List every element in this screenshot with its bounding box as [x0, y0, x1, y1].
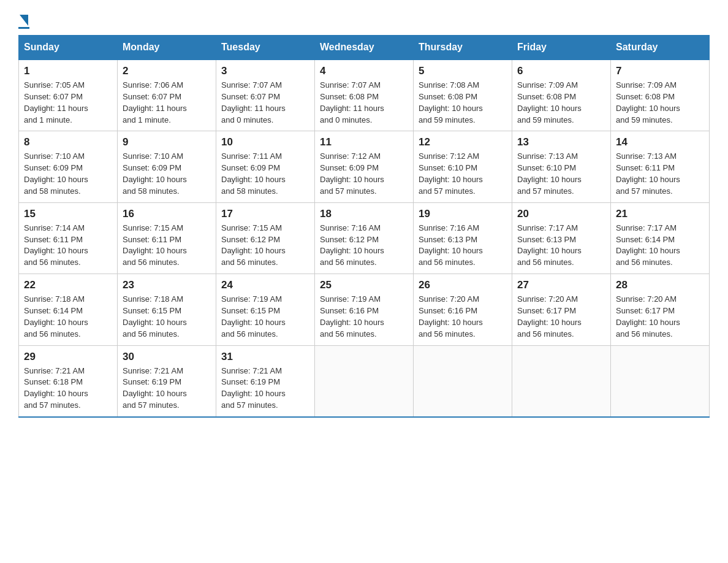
calendar-cell: 24Sunrise: 7:19 AMSunset: 6:15 PMDayligh…	[216, 274, 315, 345]
day-number: 14	[616, 136, 704, 148]
col-header-wednesday: Wednesday	[315, 36, 414, 60]
calendar-cell: 20Sunrise: 7:17 AMSunset: 6:13 PMDayligh…	[512, 202, 611, 274]
calendar-cell: 8Sunrise: 7:10 AMSunset: 6:09 PMDaylight…	[19, 131, 118, 202]
day-number: 4	[320, 65, 408, 77]
day-info: Sunrise: 7:18 AMSunset: 6:14 PMDaylight:…	[24, 294, 112, 340]
calendar-cell: 19Sunrise: 7:16 AMSunset: 6:13 PMDayligh…	[414, 202, 512, 274]
day-info: Sunrise: 7:20 AMSunset: 6:17 PMDaylight:…	[517, 294, 605, 340]
day-info: Sunrise: 7:17 AMSunset: 6:14 PMDaylight:…	[616, 223, 704, 269]
calendar-cell: 6Sunrise: 7:09 AMSunset: 6:08 PMDaylight…	[512, 59, 611, 131]
calendar-body: 1Sunrise: 7:05 AMSunset: 6:07 PMDaylight…	[19, 59, 710, 417]
day-number: 15	[24, 208, 112, 220]
day-info: Sunrise: 7:10 AMSunset: 6:09 PMDaylight:…	[24, 151, 112, 197]
page-header	[18, 12, 710, 29]
day-number: 22	[24, 279, 112, 291]
col-header-monday: Monday	[118, 36, 216, 60]
day-number: 7	[616, 65, 704, 77]
day-number: 16	[123, 208, 211, 220]
calendar-header: SundayMondayTuesdayWednesdayThursdayFrid…	[19, 36, 710, 60]
calendar-cell: 23Sunrise: 7:18 AMSunset: 6:15 PMDayligh…	[118, 274, 216, 345]
day-info: Sunrise: 7:19 AMSunset: 6:16 PMDaylight:…	[320, 294, 408, 340]
calendar-cell: 22Sunrise: 7:18 AMSunset: 6:14 PMDayligh…	[19, 274, 118, 345]
day-info: Sunrise: 7:15 AMSunset: 6:11 PMDaylight:…	[123, 223, 211, 269]
calendar-cell: 17Sunrise: 7:15 AMSunset: 6:12 PMDayligh…	[216, 202, 315, 274]
calendar-cell: 18Sunrise: 7:16 AMSunset: 6:12 PMDayligh…	[315, 202, 414, 274]
calendar-cell: 21Sunrise: 7:17 AMSunset: 6:14 PMDayligh…	[611, 202, 710, 274]
day-info: Sunrise: 7:13 AMSunset: 6:10 PMDaylight:…	[517, 151, 605, 197]
day-info: Sunrise: 7:08 AMSunset: 6:08 PMDaylight:…	[419, 80, 507, 126]
day-info: Sunrise: 7:13 AMSunset: 6:11 PMDaylight:…	[616, 151, 704, 197]
calendar-cell	[315, 345, 414, 417]
calendar-cell: 3Sunrise: 7:07 AMSunset: 6:07 PMDaylight…	[216, 59, 315, 131]
calendar-cell: 15Sunrise: 7:14 AMSunset: 6:11 PMDayligh…	[19, 202, 118, 274]
calendar-cell: 16Sunrise: 7:15 AMSunset: 6:11 PMDayligh…	[118, 202, 216, 274]
day-number: 28	[616, 279, 704, 291]
day-number: 11	[320, 136, 408, 148]
day-number: 20	[517, 208, 605, 220]
calendar-cell: 12Sunrise: 7:12 AMSunset: 6:10 PMDayligh…	[414, 131, 512, 202]
day-number: 31	[221, 351, 309, 363]
calendar-cell: 27Sunrise: 7:20 AMSunset: 6:17 PMDayligh…	[512, 274, 611, 345]
day-info: Sunrise: 7:19 AMSunset: 6:15 PMDaylight:…	[221, 294, 309, 340]
calendar-cell	[512, 345, 611, 417]
day-number: 5	[419, 65, 507, 77]
day-number: 26	[419, 279, 507, 291]
day-number: 21	[616, 208, 704, 220]
day-info: Sunrise: 7:15 AMSunset: 6:12 PMDaylight:…	[221, 223, 309, 269]
day-number: 10	[221, 136, 309, 148]
calendar-week-3: 15Sunrise: 7:14 AMSunset: 6:11 PMDayligh…	[19, 202, 710, 274]
day-info: Sunrise: 7:07 AMSunset: 6:08 PMDaylight:…	[320, 80, 408, 126]
day-number: 9	[123, 136, 211, 148]
col-header-tuesday: Tuesday	[216, 36, 315, 60]
day-number: 30	[123, 351, 211, 363]
day-info: Sunrise: 7:11 AMSunset: 6:09 PMDaylight:…	[221, 151, 309, 197]
day-info: Sunrise: 7:07 AMSunset: 6:07 PMDaylight:…	[221, 80, 309, 126]
calendar-cell: 25Sunrise: 7:19 AMSunset: 6:16 PMDayligh…	[315, 274, 414, 345]
header-row: SundayMondayTuesdayWednesdayThursdayFrid…	[19, 36, 710, 60]
day-info: Sunrise: 7:21 AMSunset: 6:18 PMDaylight:…	[24, 366, 112, 412]
day-info: Sunrise: 7:21 AMSunset: 6:19 PMDaylight:…	[123, 366, 211, 412]
col-header-sunday: Sunday	[19, 36, 118, 60]
logo-underline	[18, 27, 29, 29]
day-number: 2	[123, 65, 211, 77]
calendar-week-2: 8Sunrise: 7:10 AMSunset: 6:09 PMDaylight…	[19, 131, 710, 202]
day-number: 12	[419, 136, 507, 148]
day-info: Sunrise: 7:05 AMSunset: 6:07 PMDaylight:…	[24, 80, 112, 126]
day-info: Sunrise: 7:17 AMSunset: 6:13 PMDaylight:…	[517, 223, 605, 269]
calendar-cell: 4Sunrise: 7:07 AMSunset: 6:08 PMDaylight…	[315, 59, 414, 131]
day-info: Sunrise: 7:09 AMSunset: 6:08 PMDaylight:…	[616, 80, 704, 126]
calendar-week-4: 22Sunrise: 7:18 AMSunset: 6:14 PMDayligh…	[19, 274, 710, 345]
calendar-cell: 14Sunrise: 7:13 AMSunset: 6:11 PMDayligh…	[611, 131, 710, 202]
day-number: 18	[320, 208, 408, 220]
day-number: 23	[123, 279, 211, 291]
calendar-week-1: 1Sunrise: 7:05 AMSunset: 6:07 PMDaylight…	[19, 59, 710, 131]
logo	[18, 12, 29, 29]
calendar-week-5: 29Sunrise: 7:21 AMSunset: 6:18 PMDayligh…	[19, 345, 710, 417]
day-info: Sunrise: 7:20 AMSunset: 6:16 PMDaylight:…	[419, 294, 507, 340]
col-header-thursday: Thursday	[414, 36, 512, 60]
calendar-cell: 5Sunrise: 7:08 AMSunset: 6:08 PMDaylight…	[414, 59, 512, 131]
calendar-cell: 31Sunrise: 7:21 AMSunset: 6:19 PMDayligh…	[216, 345, 315, 417]
day-number: 17	[221, 208, 309, 220]
day-number: 6	[517, 65, 605, 77]
day-number: 8	[24, 136, 112, 148]
logo-arrow-icon	[20, 15, 28, 26]
day-info: Sunrise: 7:10 AMSunset: 6:09 PMDaylight:…	[123, 151, 211, 197]
calendar-cell: 10Sunrise: 7:11 AMSunset: 6:09 PMDayligh…	[216, 131, 315, 202]
day-info: Sunrise: 7:20 AMSunset: 6:17 PMDaylight:…	[616, 294, 704, 340]
day-number: 25	[320, 279, 408, 291]
calendar-cell: 7Sunrise: 7:09 AMSunset: 6:08 PMDaylight…	[611, 59, 710, 131]
day-number: 1	[24, 65, 112, 77]
day-number: 29	[24, 351, 112, 363]
day-number: 24	[221, 279, 309, 291]
calendar-cell: 26Sunrise: 7:20 AMSunset: 6:16 PMDayligh…	[414, 274, 512, 345]
day-info: Sunrise: 7:12 AMSunset: 6:09 PMDaylight:…	[320, 151, 408, 197]
calendar-cell: 2Sunrise: 7:06 AMSunset: 6:07 PMDaylight…	[118, 59, 216, 131]
day-info: Sunrise: 7:18 AMSunset: 6:15 PMDaylight:…	[123, 294, 211, 340]
calendar-table: SundayMondayTuesdayWednesdayThursdayFrid…	[18, 35, 710, 418]
calendar-cell: 11Sunrise: 7:12 AMSunset: 6:09 PMDayligh…	[315, 131, 414, 202]
col-header-friday: Friday	[512, 36, 611, 60]
day-info: Sunrise: 7:12 AMSunset: 6:10 PMDaylight:…	[419, 151, 507, 197]
col-header-saturday: Saturday	[611, 36, 710, 60]
day-number: 3	[221, 65, 309, 77]
